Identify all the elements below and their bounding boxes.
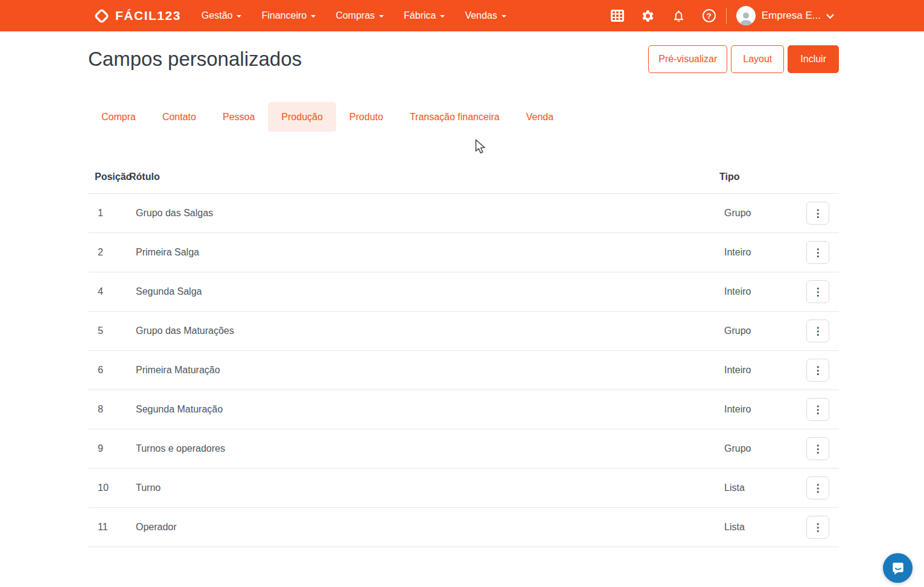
row-rotulo: Grupo das Salgas bbox=[129, 208, 719, 219]
incluir-button[interactable]: Incluir bbox=[788, 45, 839, 73]
table-row: 11 Operador Lista ⋮ bbox=[88, 508, 839, 547]
row-actions-button[interactable]: ⋮ bbox=[806, 398, 829, 421]
category-tab[interactable]: Transação financeira bbox=[397, 102, 513, 132]
previsualizar-button[interactable]: Pré-visualizar bbox=[648, 45, 727, 73]
row-posicao: 9 bbox=[88, 443, 129, 454]
table-row: 8 Segunda Maturação Inteiro ⋮ bbox=[88, 390, 839, 429]
top-navbar: FÁCIL123 Gestão Financeiro Compras bbox=[0, 0, 924, 31]
nav-menu-item[interactable]: Vendas bbox=[465, 10, 506, 21]
row-posicao: 6 bbox=[88, 365, 129, 376]
row-tipo: Lista bbox=[719, 522, 800, 533]
kebab-dots-icon: ⋮ bbox=[813, 286, 823, 298]
table-row: 10 Turno Lista ⋮ bbox=[88, 469, 839, 508]
caret-down-icon bbox=[379, 15, 384, 18]
kebab-dots-icon: ⋮ bbox=[813, 521, 823, 534]
row-tipo: Inteiro bbox=[719, 247, 800, 258]
main-content: Campos personalizados Pré-visualizar Lay… bbox=[88, 45, 839, 547]
row-posicao: 4 bbox=[88, 286, 129, 297]
row-rotulo: Primeira Salga bbox=[129, 247, 719, 258]
kebab-dots-icon: ⋮ bbox=[813, 482, 823, 495]
column-header-posicao: Posição bbox=[88, 172, 129, 182]
custom-fields-table: 1 Grupo das Salgas Grupo ⋮ 2 Primeira Sa… bbox=[88, 194, 839, 547]
main-nav: Gestão Financeiro Compras Fábrica bbox=[202, 10, 506, 21]
caret-down-icon bbox=[237, 15, 241, 18]
category-tab[interactable]: Contato bbox=[149, 102, 209, 132]
category-tab[interactable]: Produção bbox=[268, 102, 336, 132]
table-row: 9 Turnos e operadores Grupo ⋮ bbox=[88, 429, 839, 469]
row-actions-button[interactable]: ⋮ bbox=[806, 516, 829, 539]
brand-name: FÁCIL123 bbox=[115, 8, 181, 23]
row-rotulo: Primeira Maturação bbox=[129, 365, 719, 376]
row-actions-button[interactable]: ⋮ bbox=[806, 319, 829, 342]
row-posicao: 1 bbox=[88, 208, 129, 219]
row-posicao: 10 bbox=[88, 483, 129, 493]
row-posicao: 11 bbox=[88, 522, 129, 533]
avatar bbox=[736, 6, 756, 25]
category-tab[interactable]: Pessoa bbox=[209, 102, 268, 132]
chat-launcher-button[interactable] bbox=[883, 553, 913, 583]
row-tipo: Lista bbox=[719, 483, 800, 493]
layout-button[interactable]: Layout bbox=[731, 45, 784, 73]
row-posicao: 8 bbox=[88, 404, 129, 415]
column-header-rotulo: Rótulo bbox=[129, 172, 719, 182]
row-actions-button[interactable]: ⋮ bbox=[806, 202, 829, 225]
nav-menu-item[interactable]: Compras bbox=[336, 10, 384, 21]
row-tipo: Inteiro bbox=[719, 286, 800, 297]
caret-down-icon bbox=[440, 15, 445, 18]
kebab-dots-icon: ⋮ bbox=[813, 443, 823, 455]
diamond-logo-icon bbox=[94, 8, 110, 24]
help-icon[interactable]: ? bbox=[703, 9, 716, 22]
chevron-down-icon bbox=[826, 12, 834, 21]
row-rotulo: Turno bbox=[129, 483, 719, 493]
row-posicao: 5 bbox=[88, 326, 129, 336]
table-row: 6 Primeira Maturação Inteiro ⋮ bbox=[88, 351, 839, 390]
category-tab[interactable]: Compra bbox=[88, 102, 149, 132]
caret-down-icon bbox=[502, 15, 506, 18]
row-rotulo: Turnos e operadores bbox=[129, 443, 719, 454]
account-label: Empresa E... bbox=[762, 10, 821, 22]
caret-down-icon bbox=[311, 15, 316, 18]
row-tipo: Grupo bbox=[719, 208, 800, 219]
table-row: 1 Grupo das Salgas Grupo ⋮ bbox=[88, 194, 839, 233]
settings-gear-icon[interactable] bbox=[641, 9, 655, 23]
nav-menu-item[interactable]: Fábrica bbox=[404, 10, 445, 21]
table-row: 4 Segunda Salga Inteiro ⋮ bbox=[88, 272, 839, 312]
kebab-dots-icon: ⋮ bbox=[813, 325, 823, 338]
nav-menu-item[interactable]: Financeiro bbox=[261, 10, 316, 21]
nav-menu-item[interactable]: Gestão bbox=[202, 10, 242, 21]
row-rotulo: Grupo das Maturações bbox=[129, 326, 719, 336]
category-tab[interactable]: Produto bbox=[336, 102, 397, 132]
notifications-bell-icon[interactable] bbox=[672, 9, 686, 23]
kebab-dots-icon: ⋮ bbox=[813, 403, 823, 416]
column-header-tipo: Tipo bbox=[719, 172, 800, 182]
row-posicao: 2 bbox=[88, 247, 129, 258]
account-menu[interactable]: Empresa E... bbox=[736, 6, 834, 25]
row-tipo: Grupo bbox=[719, 326, 800, 336]
table-row: 2 Primeira Salga Inteiro ⋮ bbox=[88, 233, 839, 272]
row-rotulo: Segunda Salga bbox=[129, 286, 719, 297]
table-header: Posição Rótulo Tipo bbox=[88, 172, 839, 194]
row-tipo: Inteiro bbox=[719, 404, 800, 415]
row-rotulo: Segunda Maturação bbox=[129, 404, 719, 415]
category-tab[interactable]: Venda bbox=[513, 102, 567, 132]
brand-logo[interactable]: FÁCIL123 bbox=[94, 8, 181, 24]
row-rotulo: Operador bbox=[129, 522, 719, 533]
table-row: 5 Grupo das Maturações Grupo ⋮ bbox=[88, 312, 839, 351]
page-title: Campos personalizados bbox=[88, 48, 302, 71]
row-actions-button[interactable]: ⋮ bbox=[806, 359, 829, 382]
page-actions: Pré-visualizar Layout Incluir bbox=[648, 45, 839, 73]
apps-grid-icon[interactable] bbox=[611, 10, 624, 22]
row-actions-button[interactable]: ⋮ bbox=[806, 241, 829, 264]
row-actions-button[interactable]: ⋮ bbox=[806, 437, 829, 460]
kebab-dots-icon: ⋮ bbox=[813, 364, 823, 377]
chat-bubble-icon bbox=[890, 560, 906, 576]
kebab-dots-icon: ⋮ bbox=[813, 246, 823, 259]
row-tipo: Grupo bbox=[719, 443, 800, 454]
navbar-divider bbox=[726, 8, 727, 24]
kebab-dots-icon: ⋮ bbox=[813, 207, 823, 220]
category-tabs: Compra Contato Pessoa Produção Produto T… bbox=[88, 102, 839, 132]
row-tipo: Inteiro bbox=[719, 365, 800, 376]
row-actions-button[interactable]: ⋮ bbox=[806, 476, 829, 499]
row-actions-button[interactable]: ⋮ bbox=[806, 280, 829, 303]
